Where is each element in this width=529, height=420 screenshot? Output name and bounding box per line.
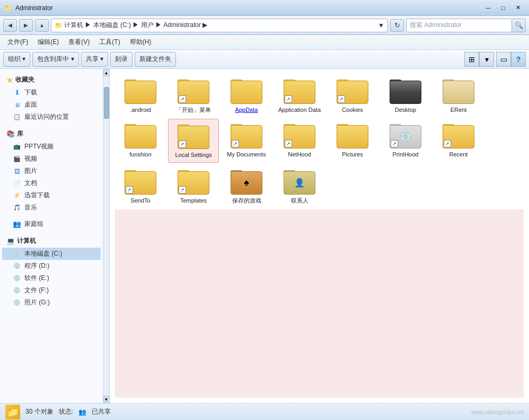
new-folder-button[interactable]: 新建文件夹 [135, 52, 176, 67]
breadcrumb[interactable]: 📁 计算机 ▶ 本地磁盘 (C:) ▶ 用户 ▶ Administrator ▶… [51, 19, 388, 32]
shortcut-overlay: ↗ [285, 140, 292, 147]
maximize-button[interactable]: □ [496, 3, 510, 13]
file-templates-label: Templates [180, 197, 207, 204]
file-appdata[interactable]: AppData [221, 74, 272, 117]
file-my-documents-label: My Documents [227, 151, 266, 158]
sidebar-item-recent[interactable]: 📋 最近访问的位置 [2, 111, 101, 123]
sidebar-item-drive-c[interactable]: 💿 本地磁盘 (C:) [2, 248, 101, 260]
sidebar-scrollbar[interactable]: ▲ ▼ [103, 69, 110, 403]
refresh-button[interactable]: ↻ [390, 19, 404, 32]
file-pictures[interactable]: Pictures [327, 119, 378, 162]
sidebar-item-drive-f[interactable]: 💿 文件 (F:) [2, 284, 101, 296]
file-recent[interactable]: ↗ Recent [433, 119, 484, 162]
sidebar-item-drive-d[interactable]: 💿 程序 (D:) [2, 260, 101, 272]
shortcut-overlay: ↗ [391, 140, 398, 147]
sidebar-item-homegroup[interactable]: 👥 家庭组 [2, 218, 101, 230]
shortcut-overlay: ↗ [338, 95, 345, 103]
file-funshion[interactable]: funshion [115, 119, 166, 162]
file-printhood-label: PrintHood [393, 151, 419, 158]
file-recent-label: Recent [449, 151, 468, 158]
drive-e-icon: 💿 [13, 274, 21, 283]
drive-f-icon: 💿 [13, 286, 21, 295]
share-button[interactable]: 共享 ▾ [81, 52, 108, 67]
file-application-data[interactable]: ↗ Application Data [274, 74, 325, 117]
shortcut-overlay: ↗ [179, 141, 186, 148]
shortcut-overlay: ↗ [179, 95, 186, 103]
file-my-documents[interactable]: ↗ My Documents [221, 119, 272, 162]
file-printhood[interactable]: 💿 ↗ PrintHood [380, 119, 431, 162]
up-button[interactable]: ▲ [35, 19, 49, 32]
folder-saved-games-icon: ♠ [231, 168, 262, 195]
scroll-up-button[interactable]: ▲ [103, 69, 110, 76]
sidebar-item-xunlei[interactable]: ⚡ 迅雷下载 [2, 189, 101, 202]
sidebar-drive-f-label: 文件 (F:) [24, 286, 49, 295]
sidebar-item-music[interactable]: 🎵 音乐 [2, 202, 101, 214]
file-contacts[interactable]: 👤 联系人 [274, 165, 325, 207]
file-start-menu[interactable]: ↗ 「开始」菜单 [168, 74, 219, 117]
titlebar-folder-icon: 📁 [4, 4, 12, 12]
file-nethood-label: NetHood [288, 151, 311, 158]
file-pictures-label: Pictures [342, 151, 363, 158]
sidebar-item-download[interactable]: ⬇ 下载 [2, 86, 101, 99]
file-erent[interactable]: ERent [433, 74, 484, 117]
menu-view[interactable]: 查看(V) [64, 36, 94, 48]
breadcrumb-dropdown[interactable]: ▼ [378, 22, 384, 29]
favorites-label: 收藏夹 [15, 75, 34, 84]
xunlei-icon: ⚡ [13, 191, 21, 200]
sidebar-item-pictures[interactable]: 🖼 图片 [2, 165, 101, 177]
shortcut-overlay: ↗ [179, 186, 186, 194]
file-templates[interactable]: ↗ Templates [168, 165, 219, 207]
file-nethood[interactable]: ↗ NetHood [274, 119, 325, 162]
back-button[interactable]: ◄ [3, 19, 17, 32]
computer-icon: 💻 [6, 237, 15, 245]
titlebar: 📁 Administrator ─ □ ✕ [0, 0, 529, 16]
scroll-thumb[interactable] [104, 87, 109, 119]
search-button[interactable]: 🔍 [512, 19, 526, 32]
sidebar-item-drive-g[interactable]: 💿 照片 (G:) [2, 296, 101, 309]
file-appdata-label: AppData [235, 106, 258, 113]
menu-tools[interactable]: 工具(T) [95, 36, 124, 48]
sidebar-xunlei-label: 迅雷下载 [24, 191, 50, 200]
file-saved-games[interactable]: ♠ 保存的游戏 [221, 165, 272, 207]
sidebar-item-pptv[interactable]: 📺 PPTV视频 [2, 141, 101, 153]
music-icon: 🎵 [13, 204, 21, 212]
scroll-track [103, 76, 109, 396]
pane-button[interactable]: ▭ [496, 52, 511, 67]
sidebar-download-label: 下载 [24, 88, 37, 97]
forward-button[interactable]: ► [19, 19, 33, 32]
folder-recent-icon: ↗ [443, 122, 474, 148]
folder-appdata2-icon: ↗ [284, 77, 315, 104]
sidebar-item-drive-e[interactable]: 💿 软件 (E:) [2, 272, 101, 284]
sidebar-item-desktop[interactable]: 🖥 桌面 [2, 99, 101, 111]
file-desktop[interactable]: Desktop [380, 74, 431, 117]
organize-button[interactable]: 组织 ▾ [3, 52, 30, 67]
menu-help[interactable]: 帮助(H) [126, 36, 156, 48]
sidebar-item-documents[interactable]: 📄 文档 [2, 177, 101, 189]
help-button[interactable]: ? [511, 52, 526, 67]
sidebar-item-video[interactable]: 🎬 视频 [2, 153, 101, 165]
file-cookies[interactable]: ↗ Cookies [327, 74, 378, 117]
folder-desktop-icon [390, 77, 421, 104]
statusbar: 📁 30 个对象 状态: 👥 已共享 www.xitongzhijia.net [0, 403, 529, 420]
homegroup-icon: 👥 [13, 220, 21, 229]
shortcut-overlay: ↗ [444, 140, 451, 147]
breadcrumb-text: 计算机 ▶ 本地磁盘 (C:) ▶ 用户 ▶ Administrator ▶ [64, 21, 207, 30]
close-button[interactable]: ✕ [511, 3, 525, 13]
file-local-settings[interactable]: ↗ Local Settings [168, 119, 219, 162]
view-dropdown-button[interactable]: ▾ [479, 52, 494, 67]
burn-button[interactable]: 刻录 [110, 52, 133, 67]
minimize-button[interactable]: ─ [481, 3, 495, 13]
menu-edit[interactable]: 编辑(E) [33, 36, 63, 48]
scroll-down-button[interactable]: ▼ [103, 396, 110, 403]
file-start-menu-label: 「开始」菜单 [176, 106, 211, 113]
search-bar[interactable]: 搜索 Administrator [406, 19, 512, 32]
folder-start-icon: ↗ [178, 77, 209, 104]
file-android[interactable]: .android [115, 74, 166, 117]
library-label: 库 [17, 129, 23, 138]
file-sendto[interactable]: ↗ SendTo [115, 165, 166, 207]
include-library-button[interactable]: 包含到库中 ▾ [32, 52, 78, 67]
view-icon-button[interactable]: ⊞ [464, 52, 479, 67]
sidebar-video-label: 视频 [24, 154, 37, 163]
menu-file[interactable]: 文件(F) [3, 36, 32, 48]
drive-g-icon: 💿 [13, 299, 21, 307]
